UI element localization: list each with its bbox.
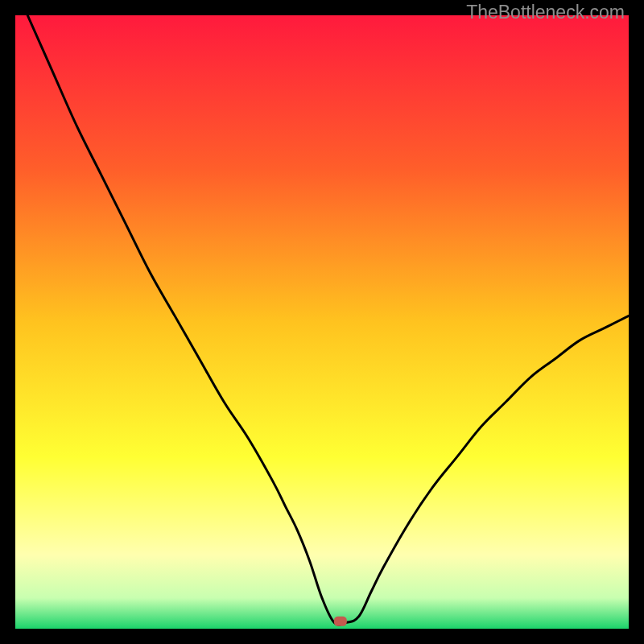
bottleneck-chart xyxy=(15,15,629,629)
gradient-background xyxy=(15,15,629,629)
watermark-text: TheBottleneck.com xyxy=(466,2,625,23)
chart-frame xyxy=(15,15,629,629)
marker-dot xyxy=(334,617,347,626)
